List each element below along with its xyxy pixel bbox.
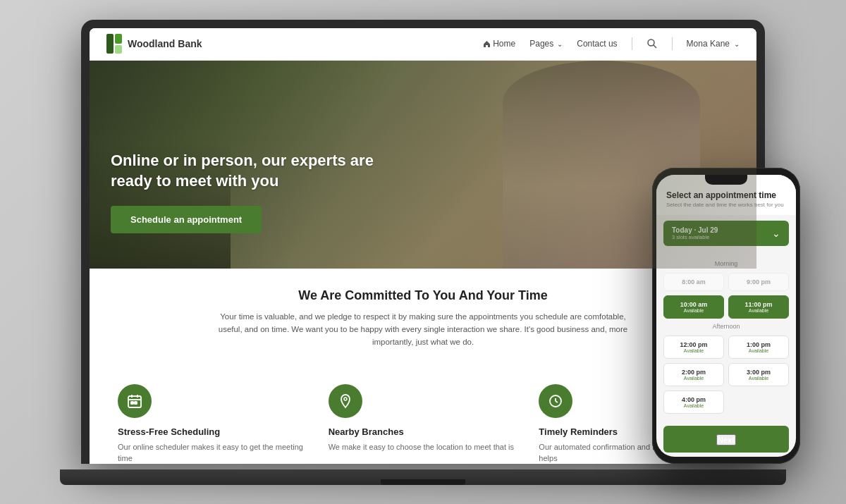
- laptop-base: [60, 469, 786, 485]
- svg-point-3: [648, 39, 654, 46]
- phone-notch: [705, 175, 747, 185]
- nav-divider-2: [672, 37, 673, 50]
- svg-rect-2: [115, 45, 122, 54]
- time-slot-4pm-avail: Available: [670, 403, 718, 408]
- feature-scheduling-text: Our online scheduler makes it easy to ge…: [118, 441, 307, 464]
- svg-rect-9: [131, 402, 133, 404]
- feature-scheduling-title: Stress-Free Scheduling: [118, 426, 307, 437]
- svg-rect-1: [115, 34, 122, 44]
- brand: Woodland Bank: [106, 34, 202, 54]
- svg-point-11: [344, 398, 347, 400]
- nav-divider: [632, 37, 632, 50]
- user-menu[interactable]: Mona Kane: [687, 39, 740, 49]
- svg-line-14: [556, 401, 558, 402]
- time-slot-3pm[interactable]: 3:00 pm Available: [728, 363, 789, 386]
- svg-rect-0: [106, 34, 114, 54]
- search-icon[interactable]: [646, 38, 658, 49]
- calendar-icon: [127, 393, 142, 409]
- time-slot-8am[interactable]: 8:00 am: [663, 273, 724, 291]
- hero-section: Online or in person, our experts are rea…: [90, 61, 756, 269]
- next-button[interactable]: Next: [716, 434, 736, 445]
- brand-name: Woodland Bank: [128, 38, 202, 49]
- time-slot-10am-label: 10:00 am: [670, 301, 718, 308]
- time-slot-1pm[interactable]: 1:00 pm Available: [728, 336, 789, 359]
- nav-links: Home Pages Contact us: [483, 37, 740, 50]
- phone-next-footer: Next: [663, 426, 789, 453]
- user-chevron-icon: [732, 39, 740, 49]
- time-slot-1pm-avail: Available: [735, 348, 783, 353]
- schedule-appointment-button[interactable]: Schedule an appointment: [111, 206, 262, 233]
- nav-contact[interactable]: Contact us: [577, 39, 617, 49]
- time-slot-11pm-label: 11:00 pm: [735, 301, 783, 308]
- feature-branches-text: We make it easy to choose the location t…: [329, 441, 518, 453]
- phone-time-scroll[interactable]: Morning 8:00 am 9:00 pm 10:00 am Availab…: [656, 252, 796, 423]
- nav-pages[interactable]: Pages: [529, 39, 563, 49]
- laptop-device: Woodland Bank Home Pages Contact us: [81, 20, 765, 485]
- nav-home[interactable]: Home: [483, 39, 515, 49]
- time-slot-12pm-label: 12:00 pm: [670, 341, 718, 348]
- date-chevron-icon: ⌄: [772, 228, 780, 239]
- time-slot-9pm-label: 9:00 pm: [735, 278, 783, 285]
- pages-chevron-icon: [556, 39, 563, 49]
- clock-icon-circle: [539, 384, 572, 418]
- afternoon-time-grid: 12:00 pm Available 1:00 pm Available 2:0…: [663, 336, 789, 414]
- time-slot-10am-avail: Available: [670, 308, 718, 313]
- morning-time-grid: 8:00 am 9:00 pm 10:00 am Available 11:00…: [663, 273, 789, 319]
- feature-branches-title: Nearby Branches: [329, 426, 518, 437]
- time-slot-11pm-avail: Available: [735, 308, 783, 313]
- svg-rect-10: [135, 402, 137, 404]
- time-slot-3pm-avail: Available: [735, 376, 783, 381]
- home-icon: [483, 40, 491, 48]
- time-slot-8am-label: 8:00 am: [670, 278, 718, 285]
- commitment-text: Your time is valuable, and we pledge to …: [212, 310, 634, 349]
- time-slot-3pm-label: 3:00 pm: [735, 369, 783, 376]
- feature-scheduling: Stress-Free Scheduling Our online schedu…: [118, 384, 307, 464]
- navbar: Woodland Bank Home Pages Contact us: [90, 28, 756, 61]
- feature-branches: Nearby Branches We make it easy to choos…: [329, 384, 518, 464]
- brand-logo-icon: [106, 34, 122, 54]
- hero-title: Online or in person, our experts are rea…: [111, 151, 393, 191]
- calendar-icon-circle: [118, 384, 152, 418]
- time-slot-4pm-label: 4:00 pm: [670, 396, 718, 403]
- time-slot-12pm-avail: Available: [670, 348, 718, 353]
- clock-icon: [548, 393, 563, 409]
- time-slot-1pm-label: 1:00 pm: [735, 341, 783, 348]
- hero-content: Online or in person, our experts are rea…: [111, 151, 393, 233]
- time-slot-2pm-avail: Available: [670, 376, 718, 381]
- afternoon-label: Afternoon: [663, 323, 789, 330]
- time-slot-12pm[interactable]: 12:00 pm Available: [663, 336, 724, 359]
- time-slot-4pm[interactable]: 4:00 pm Available: [663, 391, 724, 414]
- location-icon-circle: [329, 384, 362, 418]
- time-slot-11pm[interactable]: 11:00 pm Available: [728, 295, 789, 319]
- location-icon: [338, 393, 353, 409]
- time-slot-9pm[interactable]: 9:00 pm: [728, 273, 789, 291]
- svg-line-4: [654, 45, 656, 48]
- time-slot-10am[interactable]: 10:00 am Available: [663, 295, 724, 319]
- time-slot-2pm[interactable]: 2:00 pm Available: [663, 363, 724, 386]
- commitment-title: We Are Committed To You And Your Time: [118, 288, 728, 303]
- time-slot-2pm-label: 2:00 pm: [670, 369, 718, 376]
